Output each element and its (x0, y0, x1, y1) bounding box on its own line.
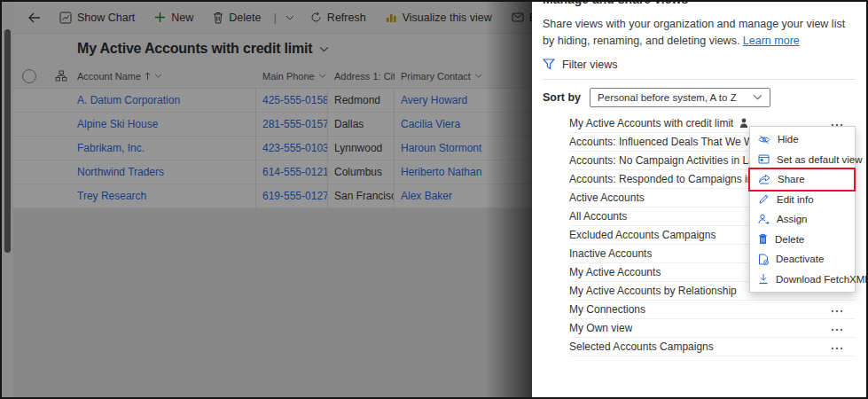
assign-icon (758, 214, 770, 224)
refresh-icon (310, 12, 322, 23)
column-header-main-phone[interactable]: Main Phone (262, 71, 326, 82)
table-row[interactable]: Northwind Traders 614-555-0121 Columbus … (13, 160, 532, 184)
sort-order-dropdown[interactable]: Personal before system, A to Z (590, 88, 770, 107)
table-row[interactable]: A. Datum Corporation 425-555-0158 Redmon… (13, 89, 532, 113)
filter-icon (543, 59, 555, 70)
set-default-view-icon (758, 154, 770, 164)
visualize-chart-icon (386, 12, 397, 23)
column-header-account-name[interactable]: Account Name (77, 71, 162, 82)
new-label: New (171, 12, 193, 24)
show-chart-icon (59, 12, 72, 24)
chevron-down-icon (753, 94, 762, 100)
city-value: Lynnwood (334, 142, 382, 154)
view-title-row: My Active Accounts with credit limit (13, 34, 532, 64)
email-link-button[interactable]: Email a Link (504, 4, 532, 31)
account-name-link[interactable]: Northwind Traders (77, 166, 164, 178)
grid-header: Account Name Main Phone Address 1: City (13, 64, 532, 89)
main-content: Show Chart New Delete | Refresh Visualiz… (13, 2, 532, 397)
table-row[interactable]: Alpine Ski House 281-555-0157 Dallas Cac… (13, 113, 532, 137)
view-list-item[interactable]: My Connections (569, 301, 856, 319)
main-phone-link[interactable]: 614-555-0121 (262, 166, 328, 178)
menu-item-hide[interactable]: Hide (750, 129, 855, 150)
primary-contact-link[interactable]: Cacilia Viera (401, 118, 460, 130)
panel-title-clipped: Manage and share views (543, 2, 856, 8)
account-name-link[interactable]: Trey Research (77, 190, 146, 202)
chevron-down-icon (285, 15, 294, 20)
app-window: Show Chart New Delete | Refresh Visualiz… (0, 0, 868, 399)
panel-description: Share views with your organization and m… (543, 16, 848, 51)
select-all-checkbox[interactable] (22, 69, 36, 83)
menu-item-set-default-view[interactable]: Set as default view (750, 150, 855, 170)
visualize-view-label: Visualize this view (403, 12, 492, 24)
view-context-menu: Hide Set as default view Share Edit info… (749, 126, 856, 293)
more-options-icon[interactable] (831, 322, 843, 334)
new-button[interactable]: New (146, 4, 201, 31)
delete-button[interactable]: Delete (205, 4, 269, 31)
delete-split-button[interactable] (281, 4, 299, 31)
menu-item-edit-info[interactable]: Edit info (750, 190, 855, 210)
chevron-down-icon (154, 74, 162, 78)
hierarchy-icon (55, 70, 67, 82)
main-phone-link[interactable]: 423-555-0103 (262, 142, 328, 154)
menu-item-share[interactable]: Share (750, 169, 855, 190)
empty-grid-area (13, 208, 532, 397)
more-options-icon[interactable] (831, 303, 843, 316)
back-button[interactable] (20, 4, 48, 31)
page-title: My Active Accounts with credit limit (77, 41, 312, 57)
share-icon (758, 174, 770, 184)
filter-views-label: Filter views (562, 59, 618, 71)
email-icon (512, 12, 524, 22)
hide-icon (758, 135, 770, 145)
download-fetchxml-icon (758, 273, 769, 285)
account-name-link[interactable]: Fabrikam, Inc. (77, 142, 145, 154)
view-list-item[interactable]: Selected Accounts Campaigns (569, 338, 856, 356)
chevron-down-icon (318, 74, 326, 78)
menu-item-delete[interactable]: Delete (750, 230, 855, 250)
city-value: Columbus (334, 166, 382, 178)
table-row[interactable]: Trey Research 619-555-0127 San Francisco… (13, 184, 532, 208)
city-value: Redmond (334, 94, 380, 106)
sort-row: Sort by Personal before system, A to Z (543, 88, 856, 107)
menu-item-deactivate[interactable]: Deactivate (750, 249, 855, 270)
city-value: Dallas (334, 118, 364, 130)
main-phone-link[interactable]: 425-555-0158 (262, 94, 328, 106)
toolbar-divider: | (272, 11, 277, 24)
learn-more-link[interactable]: Learn more (743, 35, 800, 47)
column-header-city[interactable]: Address 1: City (334, 71, 395, 82)
deactivate-icon (758, 254, 769, 265)
scrollbar-thumb[interactable] (4, 29, 11, 253)
chevron-down-icon (474, 74, 482, 78)
back-icon (27, 12, 41, 23)
filter-views-button[interactable]: Filter views (543, 59, 640, 71)
sort-ascending-icon (145, 72, 151, 81)
vertical-scrollbar[interactable] (2, 2, 13, 397)
show-chart-label: Show Chart (77, 12, 135, 24)
main-phone-link[interactable]: 281-555-0157 (262, 118, 328, 130)
refresh-button[interactable]: Refresh (302, 4, 374, 31)
sort-by-label: Sort by (543, 91, 581, 104)
show-chart-button[interactable]: Show Chart (51, 4, 143, 31)
menu-item-download-fetchxml[interactable]: Download FetchXML (750, 270, 855, 290)
primary-contact-link[interactable]: Alex Baker (401, 190, 452, 202)
primary-contact-link[interactable]: Avery Howard (401, 94, 467, 106)
primary-contact-link[interactable]: Haroun Stormont (401, 142, 481, 154)
main-phone-link[interactable]: 619-555-0127 (262, 190, 328, 202)
refresh-label: Refresh (327, 12, 366, 24)
trash-icon (213, 12, 223, 24)
account-name-link[interactable]: Alpine Ski House (77, 118, 158, 130)
account-name-link[interactable]: A. Datum Corporation (77, 94, 180, 106)
view-list-item[interactable]: My Own view (569, 319, 856, 338)
edit-info-icon (758, 193, 770, 205)
sort-order-value: Personal before system, A to Z (598, 92, 737, 103)
city-value: San Francisco (334, 190, 395, 202)
command-bar: Show Chart New Delete | Refresh Visualiz… (13, 2, 532, 34)
personal-view-icon (739, 118, 748, 128)
column-header-primary-contact[interactable]: Primary Contact (401, 71, 482, 82)
table-row[interactable]: Fabrikam, Inc. 423-555-0103 Lynnwood Har… (13, 137, 532, 160)
more-options-icon[interactable] (831, 340, 843, 353)
visualize-view-button[interactable]: Visualize this view (378, 4, 500, 31)
menu-item-assign[interactable]: Assign (750, 209, 855, 230)
primary-contact-link[interactable]: Heriberto Nathan (401, 166, 481, 178)
delete-icon (758, 233, 768, 245)
view-selector-chevron-icon[interactable] (319, 46, 329, 52)
